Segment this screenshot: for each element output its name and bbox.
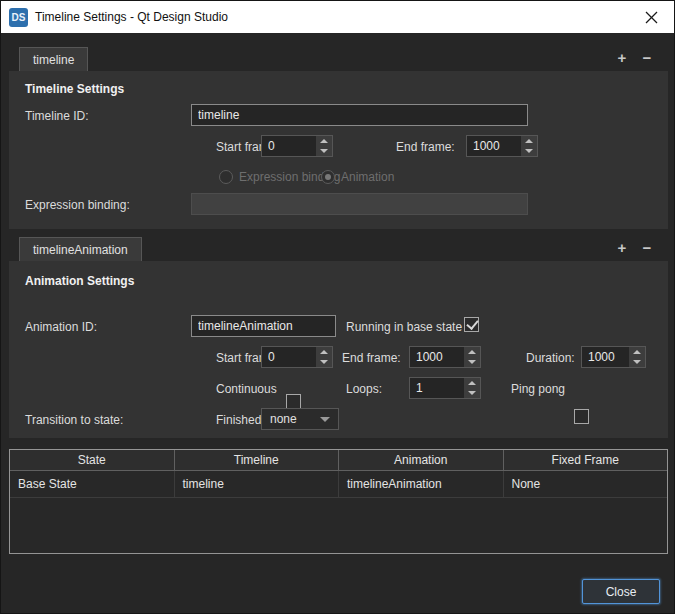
running-in-base-state-label: Running in base state <box>346 320 462 334</box>
column-header-state[interactable]: State <box>10 450 175 470</box>
finished-label: Finished: <box>216 413 265 427</box>
dialog-footer: Close <box>9 579 666 604</box>
animation-group: timelineAnimation + − Animation Settings… <box>9 237 666 438</box>
animation-panel: Animation Settings Animation ID: Running… <box>9 261 668 438</box>
chevron-down-icon <box>320 417 330 422</box>
spin-up-icon[interactable] <box>629 347 645 357</box>
cell-timeline[interactable]: timeline <box>175 471 340 497</box>
spin-down-icon[interactable] <box>629 357 645 367</box>
timeline-id-label: Timeline ID: <box>25 109 89 123</box>
titlebar: DS Timeline Settings - Qt Design Studio <box>1 1 674 33</box>
timeline-end-frame-spinner[interactable] <box>466 135 538 157</box>
timeline-settings-dialog: DS Timeline Settings - Qt Design Studio … <box>0 0 675 614</box>
animation-radio: Animation <box>321 170 394 184</box>
spin-up-icon[interactable] <box>316 136 332 146</box>
animation-start-frame-spinner[interactable] <box>261 346 333 368</box>
radio-unselected-icon <box>219 170 233 184</box>
finished-dropdown-value: none <box>270 412 320 426</box>
spin-down-icon[interactable] <box>464 357 480 367</box>
table-header-row: State Timeline Animation Fixed Frame <box>10 450 667 471</box>
column-header-animation[interactable]: Animation <box>339 450 504 470</box>
spin-down-icon[interactable] <box>521 146 537 156</box>
radio-selected-icon <box>321 170 335 184</box>
spin-up-icon[interactable] <box>464 378 480 388</box>
dialog-body: timeline + − Timeline Settings Timeline … <box>1 47 674 604</box>
spinner-buttons <box>521 136 537 156</box>
spinner-buttons <box>316 136 332 156</box>
spin-down-icon[interactable] <box>316 146 332 156</box>
table-row[interactable]: Base State timeline timelineAnimation No… <box>10 471 667 498</box>
close-button[interactable]: Close <box>582 579 660 604</box>
expression-binding-field-label: Expression binding: <box>25 198 130 212</box>
spin-down-icon[interactable] <box>464 388 480 398</box>
timeline-id-input[interactable] <box>191 104 528 126</box>
spinner-buttons <box>464 347 480 367</box>
timeline-end-frame-input[interactable] <box>467 136 521 156</box>
continuous-checkbox[interactable] <box>286 394 301 409</box>
expression-binding-input <box>191 193 528 215</box>
app-logo-text: DS <box>12 12 26 23</box>
remove-timeline-button[interactable]: − <box>637 47 657 67</box>
remove-animation-button[interactable]: − <box>637 237 657 257</box>
duration-label: Duration: <box>526 351 575 365</box>
animation-end-frame-spinner[interactable] <box>409 346 481 368</box>
cell-state[interactable]: Base State <box>10 471 175 497</box>
finished-dropdown[interactable]: none <box>261 408 339 430</box>
animation-settings-heading: Animation Settings <box>25 274 134 288</box>
app-logo-icon: DS <box>9 8 28 27</box>
ping-pong-checkbox[interactable] <box>574 409 589 424</box>
loops-input[interactable] <box>410 378 464 398</box>
add-animation-button[interactable]: + <box>612 237 632 257</box>
animation-end-frame-input[interactable] <box>410 347 464 367</box>
animation-id-label: Animation ID: <box>25 320 97 334</box>
tab-timeline-animation[interactable]: timelineAnimation <box>19 237 142 261</box>
spinner-buttons <box>464 378 480 398</box>
animation-tabbar: timelineAnimation + − <box>9 237 666 261</box>
add-timeline-button[interactable]: + <box>612 47 632 67</box>
transition-to-state-label: Transition to state: <box>25 413 123 427</box>
spin-up-icon[interactable] <box>521 136 537 146</box>
spin-up-icon[interactable] <box>464 347 480 357</box>
duration-spinner[interactable] <box>581 346 646 368</box>
state-timeline-table: State Timeline Animation Fixed Frame Bas… <box>9 449 668 554</box>
timeline-group: timeline + − Timeline Settings Timeline … <box>9 47 666 229</box>
animation-start-frame-input[interactable] <box>262 347 316 367</box>
column-header-timeline[interactable]: Timeline <box>175 450 340 470</box>
timeline-panel: Timeline Settings Timeline ID: Start fra… <box>9 71 668 229</box>
window-close-button[interactable] <box>629 1 674 33</box>
continuous-label: Continuous <box>216 382 277 396</box>
tab-timeline-label: timeline <box>33 53 74 67</box>
spin-up-icon[interactable] <box>316 347 332 357</box>
close-icon <box>645 11 658 24</box>
spin-down-icon[interactable] <box>316 357 332 367</box>
animation-id-input[interactable] <box>191 315 336 337</box>
spinner-buttons <box>316 347 332 367</box>
cell-fixed-frame[interactable]: None <box>504 471 668 497</box>
window-title: Timeline Settings - Qt Design Studio <box>35 10 629 24</box>
spinner-buttons <box>629 347 645 367</box>
loops-label: Loops: <box>346 382 382 396</box>
timeline-start-frame-input[interactable] <box>262 136 316 156</box>
timeline-settings-heading: Timeline Settings <box>25 82 124 96</box>
animation-end-frame-label: End frame: <box>342 351 401 365</box>
tab-timeline-animation-label: timelineAnimation <box>33 243 128 257</box>
tab-timeline[interactable]: timeline <box>19 47 88 71</box>
timeline-start-frame-spinner[interactable] <box>261 135 333 157</box>
timeline-end-frame-label: End frame: <box>396 140 455 154</box>
animation-radio-label: Animation <box>341 170 394 184</box>
loops-spinner[interactable] <box>409 377 481 399</box>
timeline-tabbar: timeline + − <box>9 47 666 71</box>
cell-animation[interactable]: timelineAnimation <box>339 471 504 497</box>
ping-pong-label: Ping pong <box>511 382 565 396</box>
duration-input[interactable] <box>582 347 629 367</box>
column-header-fixed-frame[interactable]: Fixed Frame <box>504 450 668 470</box>
running-in-base-state-checkbox[interactable] <box>464 317 479 332</box>
